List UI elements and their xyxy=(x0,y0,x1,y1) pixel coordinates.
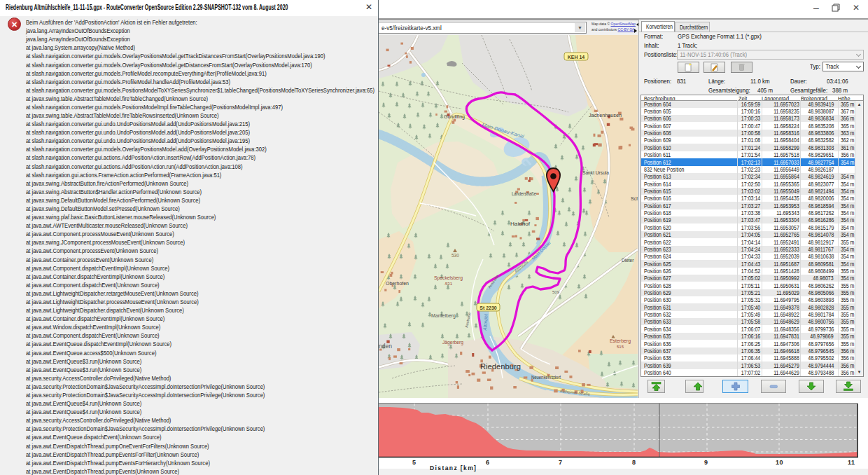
svg-text:Riedenburg: Riedenburg xyxy=(480,362,521,371)
svg-text:Dieter: Dieter xyxy=(622,258,634,263)
svg-text:KEH 14: KEH 14 xyxy=(568,55,585,60)
svg-text:St 2230: St 2230 xyxy=(479,305,497,310)
svg-text:530: 530 xyxy=(451,253,459,258)
svg-text:Landerstraße: Landerstraße xyxy=(512,191,536,196)
svg-text:Esterberg: Esterberg xyxy=(610,338,631,344)
svg-text:Jachenhausen: Jachenhausen xyxy=(589,112,622,118)
svg-text:Gundlfing: Gundlfing xyxy=(444,113,465,120)
svg-text:Oberhofen: Oberhofen xyxy=(386,280,409,287)
svg-text:nden: nden xyxy=(379,343,392,350)
svg-text:Jägerberg: Jägerberg xyxy=(442,339,463,345)
svg-text:Sankt Ursula: Sankt Ursula xyxy=(582,170,610,176)
svg-text:Speckelsberg: Speckelsberg xyxy=(434,275,463,281)
svg-text:515: 515 xyxy=(617,345,624,349)
svg-text:509: 509 xyxy=(552,290,560,294)
svg-text:Haidhof: Haidhof xyxy=(510,221,531,227)
svg-text:Sch: Sch xyxy=(631,196,638,201)
svg-text:-531: -531 xyxy=(444,282,453,286)
svg-text:Mantelberg: Mantelberg xyxy=(431,313,456,319)
svg-text:Neuenkehrsdorf: Neuenkehrsdorf xyxy=(531,375,561,380)
